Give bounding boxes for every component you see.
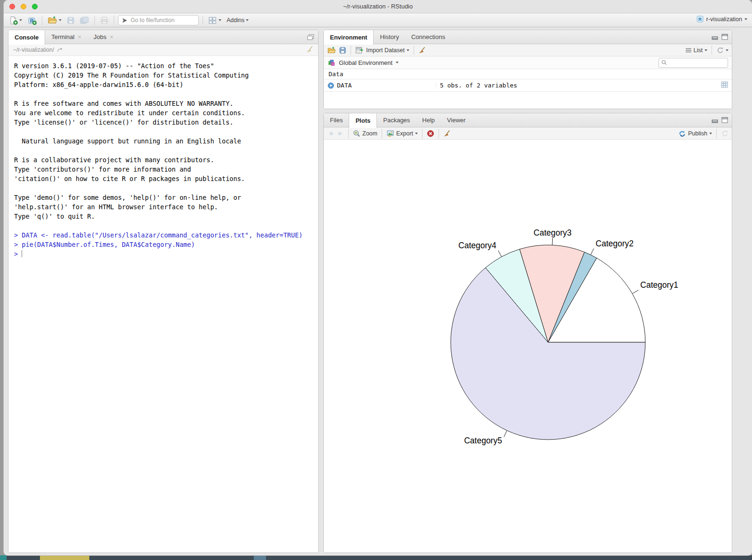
console-output[interactable]: R version 3.6.1 (2019-07-05) -- "Action … — [8, 56, 318, 552]
save-button[interactable] — [65, 16, 76, 25]
tab-packages[interactable]: Packages — [377, 113, 416, 127]
pie-label-tick — [552, 238, 553, 245]
desktop-background — [0, 0, 4, 560]
remove-plot-button[interactable] — [427, 130, 434, 137]
tab-environment[interactable]: Environment — [324, 30, 374, 45]
view-data-cell — [721, 81, 732, 89]
project-selector[interactable]: R r-visualization — [696, 15, 747, 23]
print-button[interactable] — [99, 16, 110, 25]
environment-object-row[interactable]: DATA5 obs. of 2 variables — [324, 79, 732, 92]
object-value: 5 obs. of 2 variables — [436, 82, 721, 89]
svg-text:R: R — [698, 16, 702, 22]
toolbar-separator — [414, 46, 414, 55]
object-name-cell: DATA — [324, 82, 436, 89]
clear-all-plots-button[interactable] — [443, 130, 451, 137]
console-output-line — [14, 221, 313, 230]
toolbar-separator — [439, 129, 439, 138]
project-cube-icon: R — [696, 15, 704, 23]
console-cursor[interactable] — [22, 250, 22, 257]
save-all-button[interactable] — [78, 16, 91, 25]
pie-label-tick — [591, 248, 594, 254]
import-dataset-label: Import Dataset — [366, 47, 405, 54]
close-tab-icon[interactable]: × — [78, 34, 81, 40]
new-file-button[interactable] — [8, 15, 24, 26]
console-output-line: Type 'q()' to quit R. — [14, 212, 313, 221]
tab-files[interactable]: Files — [324, 113, 349, 127]
environment-search[interactable] — [658, 58, 728, 68]
panes-layout-button[interactable] — [207, 16, 223, 25]
clear-environment-button[interactable] — [418, 47, 426, 54]
refresh-icon — [721, 130, 728, 137]
plots-toolbar: Zoom Export — [324, 127, 732, 140]
tab-console[interactable]: Console — [8, 30, 45, 45]
export-label: Export — [396, 130, 413, 137]
tab-connections[interactable]: Connections — [405, 30, 451, 44]
toolbar-separator — [716, 129, 717, 138]
tab-label: Files — [330, 117, 343, 124]
refresh-plot-button[interactable] — [721, 130, 728, 137]
plots-panel: FilesPlotsPackagesHelpViewer — [323, 113, 732, 553]
titlebar: ~/r-visualization - RStudio — [4, 0, 752, 13]
minimize-pane-icon[interactable] — [712, 118, 718, 123]
load-workspace-button[interactable] — [327, 47, 336, 54]
clear-console-icon[interactable] — [306, 46, 313, 53]
maximize-pane-icon[interactable] — [307, 34, 314, 40]
print-icon — [100, 16, 109, 24]
working-directory-path: ~/r-visualization/ — [13, 47, 54, 53]
environment-scope-label[interactable]: Global Environment — [339, 59, 392, 66]
goto-file-input[interactable] — [131, 17, 187, 24]
clear-objects-icon — [418, 47, 426, 54]
search-icon — [661, 60, 667, 65]
previous-plot-button[interactable] — [327, 130, 334, 137]
tab-label: History — [380, 33, 399, 40]
zoom-plot-button[interactable]: Zoom — [353, 130, 377, 137]
publish-plot-button[interactable]: Publish — [678, 130, 712, 137]
console-output-line: You are welcome to redistribute it under… — [14, 108, 313, 118]
pie-label-category3: Category3 — [533, 228, 572, 237]
project-caret-icon — [744, 18, 747, 20]
goto-file-search[interactable] — [118, 15, 199, 25]
new-file-caret-icon — [19, 19, 22, 21]
main-toolbar: R — [4, 14, 752, 27]
export-plot-button[interactable]: Export — [386, 130, 418, 137]
zoom-magnifier-icon — [353, 130, 360, 137]
addins-button[interactable]: Addins — [225, 16, 250, 24]
next-plot-button[interactable] — [337, 130, 344, 137]
console-output-line: R is free software and comes with ABSOLU… — [14, 99, 313, 108]
console-output-line — [14, 183, 313, 193]
toolbar-separator — [712, 46, 712, 55]
environment-search-input[interactable] — [669, 59, 724, 66]
maximize-pane-icon[interactable] — [721, 117, 728, 123]
new-document-icon — [9, 16, 18, 25]
new-project-icon: R — [27, 16, 37, 25]
console-output-line: 'citation()' on how to cite R or R packa… — [14, 174, 313, 183]
publish-label: Publish — [688, 130, 707, 137]
plot-display-area[interactable]: Category1Category2Category3Category4Cate… — [324, 140, 732, 552]
tab-help[interactable]: Help — [416, 113, 441, 127]
pie-label-tick — [632, 290, 638, 294]
save-workspace-button[interactable] — [339, 47, 346, 54]
view-data-grid-icon[interactable] — [721, 81, 728, 88]
maximize-pane-icon[interactable] — [721, 34, 728, 40]
tab-label: Environment — [330, 34, 367, 41]
tab-jobs[interactable]: Jobs× — [87, 30, 119, 44]
open-file-button[interactable] — [46, 15, 63, 25]
close-tab-icon[interactable]: × — [110, 34, 113, 40]
pie-label-tick — [504, 431, 507, 437]
import-dataset-button[interactable]: Import Dataset — [355, 47, 409, 54]
tab-viewer[interactable]: Viewer — [441, 113, 472, 127]
tab-plots[interactable]: Plots — [349, 113, 377, 128]
environment-scope-caret-icon — [396, 62, 399, 63]
goto-directory-icon[interactable] — [57, 47, 63, 53]
minimize-pane-icon[interactable] — [712, 34, 718, 40]
new-project-button[interactable]: R — [26, 15, 38, 26]
plots-tabbar: FilesPlotsPackagesHelpViewer — [324, 113, 732, 127]
list-view-caret-icon — [705, 49, 707, 51]
list-view-button[interactable]: List — [685, 47, 707, 54]
export-image-icon — [386, 130, 394, 137]
tab-history[interactable]: History — [374, 30, 405, 44]
expand-object-icon[interactable] — [328, 82, 334, 89]
tab-terminal[interactable]: Terminal× — [45, 30, 87, 44]
refresh-environment-button[interactable] — [716, 47, 728, 54]
environment-toolbar: Import Dataset List — [324, 44, 732, 56]
